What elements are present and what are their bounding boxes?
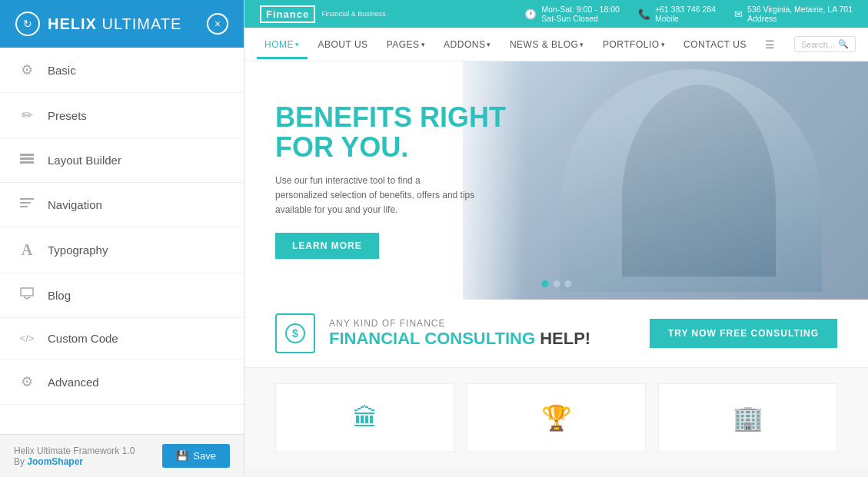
sidebar-item-layout-builder[interactable]: Layout Builder bbox=[0, 138, 244, 183]
advanced-gear-icon: ⚙ bbox=[18, 373, 35, 390]
top-bar: Finance Financial & Business 🕐 Mon-Sat: … bbox=[244, 0, 868, 28]
hero-dot-1[interactable] bbox=[541, 280, 548, 287]
blog-icon bbox=[18, 287, 35, 303]
hero-content: BENEFITS RIGHT FOR YOU. Use our fun inte… bbox=[244, 102, 537, 260]
site-brand: Finance Financial & Business bbox=[260, 5, 386, 23]
hero-title: BENEFITS RIGHT FOR YOU. bbox=[275, 102, 506, 163]
nav-contact[interactable]: CONTACT US bbox=[676, 35, 754, 55]
finance-icon: $ bbox=[275, 313, 315, 353]
nav-addons[interactable]: ADDONS ▾ bbox=[436, 35, 499, 55]
sidebar-label-presets: Presets bbox=[48, 109, 87, 122]
framework-text: Helix Ultimate Framework 1.0 bbox=[14, 446, 135, 456]
banner-section: $ ANY KIND OF FINANCE FINANCIAL CONSULTI… bbox=[244, 300, 868, 368]
layout-icon bbox=[18, 152, 35, 168]
address-label: Address bbox=[747, 14, 853, 23]
sidebar-item-navigation[interactable]: Navigation bbox=[0, 183, 244, 227]
sidebar-item-advanced[interactable]: ⚙ Advanced bbox=[0, 359, 244, 405]
sidebar-label-layout-builder: Layout Builder bbox=[48, 154, 121, 167]
by-text: By JoomShaper bbox=[14, 456, 135, 467]
search-icon: 🔍 bbox=[838, 39, 849, 49]
nav-home[interactable]: HOME ▾ bbox=[257, 35, 308, 55]
save-button[interactable]: 💾 Save bbox=[162, 444, 230, 468]
banner-left: $ ANY KIND OF FINANCE FINANCIAL CONSULTI… bbox=[275, 313, 590, 353]
address-text: 536 Virginia, Metairie, LA 701 Address bbox=[747, 5, 853, 23]
nav-pages[interactable]: PAGES ▾ bbox=[379, 35, 433, 55]
hours-text: Mon-Sat: 9:00 - 18:00 Sat-Sun Closed bbox=[541, 5, 620, 23]
sidebar-label-custom-code: Custom Code bbox=[48, 332, 118, 345]
banner-bottom-text: FINANCIAL CONSULTING HELP! bbox=[329, 329, 590, 349]
helix-name-bold: HELIX bbox=[48, 15, 97, 32]
feature-card-3: 🏢 bbox=[658, 383, 837, 452]
brand-box: Finance bbox=[260, 5, 315, 23]
helix-logo: ↻ HELIX ULTIMATE bbox=[15, 12, 181, 36]
trophy-icon: 🏆 bbox=[541, 403, 572, 432]
sidebar-header: ↻ HELIX ULTIMATE × bbox=[0, 0, 244, 48]
sidebar: ↻ HELIX ULTIMATE × ⚙ Basic ✏ Presets bbox=[0, 0, 244, 477]
info-phone: 📞 +61 383 746 284 Mobile bbox=[638, 5, 716, 23]
banner-cta-button[interactable]: TRY NOW FREE CONSULTING bbox=[650, 319, 837, 348]
phone-text: +61 383 746 284 Mobile bbox=[655, 5, 716, 23]
feature-card-1: 🏛 bbox=[275, 383, 454, 452]
sidebar-item-presets[interactable]: ✏ Presets bbox=[0, 93, 244, 138]
sidebar-label-typography: Typography bbox=[48, 243, 108, 257]
hero-dot-2[interactable] bbox=[553, 280, 560, 287]
by-label: By bbox=[14, 456, 27, 467]
svg-rect-0 bbox=[20, 154, 34, 156]
nav-portfolio[interactable]: PORTFOLIO ▾ bbox=[595, 35, 673, 55]
svg-text:$: $ bbox=[292, 327, 298, 340]
gear-icon: ⚙ bbox=[18, 61, 35, 78]
info-address: ✉ 536 Virginia, Metairie, LA 701 Address bbox=[734, 5, 853, 23]
svg-rect-2 bbox=[20, 161, 34, 164]
save-icon: 💾 bbox=[176, 450, 188, 462]
banner-bottom-normal: FINANCIAL CONSULTING bbox=[329, 329, 535, 348]
helix-title-text: HELIX ULTIMATE bbox=[48, 15, 181, 33]
hero-title-line2: FOR YOU. bbox=[275, 132, 506, 163]
joomshaper-link[interactable]: JoomShaper bbox=[27, 456, 83, 467]
hours-line1: Mon-Sat: 9:00 - 18:00 bbox=[541, 5, 620, 14]
svg-rect-1 bbox=[20, 157, 34, 160]
close-button[interactable]: × bbox=[207, 13, 228, 35]
features-section: 🏛 🏆 🏢 bbox=[244, 368, 868, 468]
navigation-icon bbox=[18, 197, 35, 213]
sidebar-label-advanced: Advanced bbox=[48, 376, 99, 389]
mail-icon: ✉ bbox=[734, 8, 743, 20]
brush-icon: ✏ bbox=[18, 107, 35, 124]
hero-description: Use our fun interactive tool to find a p… bbox=[275, 174, 475, 218]
sidebar-label-basic: Basic bbox=[48, 64, 76, 77]
hours-line2: Sat-Sun Closed bbox=[541, 14, 620, 23]
nav-hamburger-icon[interactable]: ☰ bbox=[765, 38, 775, 51]
sidebar-nav: ⚙ Basic ✏ Presets Layout Builder bbox=[0, 48, 244, 434]
feature-card-2: 🏆 bbox=[467, 383, 646, 452]
hero-dot-3[interactable] bbox=[564, 280, 571, 287]
brand-subtitle: Financial & Business bbox=[321, 10, 386, 18]
sidebar-label-blog: Blog bbox=[48, 289, 71, 302]
top-bar-info: 🕐 Mon-Sat: 9:00 - 18:00 Sat-Sun Closed 📞… bbox=[524, 5, 853, 23]
hero-cta-button[interactable]: LEARN MORE bbox=[275, 233, 379, 259]
sidebar-item-blog[interactable]: Blog bbox=[0, 273, 244, 318]
info-hours: 🕐 Mon-Sat: 9:00 - 18:00 Sat-Sun Closed bbox=[524, 5, 620, 23]
hero-section: BENEFITS RIGHT FOR YOU. Use our fun inte… bbox=[244, 61, 868, 300]
sidebar-item-custom-code[interactable]: </> Custom Code bbox=[0, 318, 244, 359]
hero-dots bbox=[541, 280, 571, 287]
nav-about[interactable]: ABOUT US bbox=[311, 35, 376, 55]
phone-icon: 📞 bbox=[638, 8, 650, 20]
banner-text: ANY KIND OF FINANCE FINANCIAL CONSULTING… bbox=[329, 318, 590, 349]
phone-number: +61 383 746 284 bbox=[655, 5, 716, 14]
main-content: Finance Financial & Business 🕐 Mon-Sat: … bbox=[244, 0, 868, 477]
sidebar-label-navigation: Navigation bbox=[48, 198, 102, 211]
code-icon: </> bbox=[18, 333, 35, 344]
sidebar-footer: Helix Ultimate Framework 1.0 By JoomShap… bbox=[0, 434, 244, 477]
nav-news-blog[interactable]: NEWS & BLOG ▾ bbox=[502, 35, 592, 55]
phone-label: Mobile bbox=[655, 14, 716, 23]
sidebar-item-typography[interactable]: A Typography bbox=[0, 227, 244, 273]
nav-search[interactable]: Search... 🔍 bbox=[794, 36, 856, 52]
banner-bottom-colored: HELP! bbox=[535, 329, 590, 348]
search-placeholder: Search... bbox=[801, 40, 835, 49]
save-label: Save bbox=[193, 450, 216, 462]
typography-icon: A bbox=[18, 241, 35, 259]
helix-name-light: ULTIMATE bbox=[101, 15, 181, 32]
sidebar-item-basic[interactable]: ⚙ Basic bbox=[0, 48, 244, 93]
brand-name: Finance bbox=[266, 8, 309, 20]
banner-top-text: ANY KIND OF FINANCE bbox=[329, 318, 590, 329]
hero-title-line1: BENEFITS RIGHT bbox=[275, 102, 506, 133]
